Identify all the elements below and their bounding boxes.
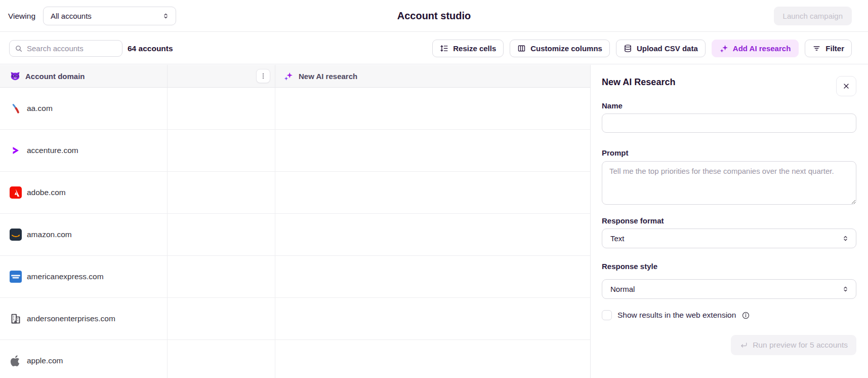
ai-research-cell[interactable] (275, 214, 590, 255)
american-express-favicon (9, 270, 22, 283)
response-format-label: Response format (602, 216, 664, 225)
filter-icon (812, 44, 821, 53)
account-studio-app: Viewing All accounts Account studio Laun… (0, 0, 868, 378)
prompt-textarea[interactable] (602, 161, 856, 205)
american-airlines-favicon (9, 102, 22, 115)
account-domain-cell: adobe.com (0, 172, 168, 213)
domain-label: amazon.com (27, 230, 72, 239)
info-icon[interactable] (741, 311, 750, 320)
building-favicon (9, 312, 22, 325)
filter-button[interactable]: Filter (805, 40, 852, 57)
ai-research-cell[interactable] (275, 88, 590, 129)
customize-columns-button[interactable]: Customize columns (510, 40, 610, 57)
extension-checkbox[interactable] (602, 310, 612, 320)
domain-label: adobe.com (27, 188, 66, 197)
return-icon (739, 341, 748, 350)
search-box[interactable] (9, 40, 122, 57)
viewing-label: Viewing (8, 0, 35, 32)
response-style-label: Response style (602, 262, 657, 271)
upload-csv-button[interactable]: Upload CSV data (616, 40, 706, 57)
ai-sparkle-icon (284, 71, 293, 81)
table-row[interactable]: aa.com (0, 88, 590, 130)
run-preview-button[interactable]: Run preview for 5 accounts (731, 335, 856, 355)
ai-research-cell[interactable] (275, 172, 590, 213)
sparkles-icon (720, 44, 728, 53)
account-domain-header-label: Account domain (25, 72, 85, 81)
mascot-icon (10, 71, 20, 81)
resize-cells-icon (440, 44, 448, 53)
chevron-updown-icon (842, 285, 849, 293)
table-header: Account domain (0, 65, 590, 88)
account-domain-cell: aa.com (0, 88, 168, 129)
empty-cell[interactable] (168, 130, 275, 171)
domain-label: aa.com (27, 104, 53, 113)
close-panel-button[interactable] (836, 76, 856, 96)
empty-cell[interactable] (168, 172, 275, 213)
toolbar-buttons: Resize cells Customize columns (432, 40, 852, 57)
ai-research-cell[interactable] (275, 130, 590, 171)
launch-campaign-button[interactable]: Launch campaign (774, 7, 852, 25)
accenture-favicon (9, 144, 22, 157)
response-format-value: Text (610, 234, 625, 243)
kebab-icon (260, 72, 267, 80)
account-domain-cell: americanexpress.com (0, 256, 168, 297)
close-icon (842, 82, 850, 90)
account-scope-select[interactable]: All accounts (43, 7, 176, 25)
table-row[interactable]: andersonenterprises.com (0, 298, 590, 340)
name-input[interactable] (602, 114, 856, 133)
accounts-table: Account domain (0, 65, 590, 378)
customize-columns-label: Customize columns (530, 44, 602, 53)
resize-cells-button[interactable]: Resize cells (432, 40, 504, 57)
upload-csv-label: Upload CSV data (637, 44, 698, 53)
account-scope-value: All accounts (51, 12, 92, 20)
name-label: Name (602, 101, 623, 110)
domain-label: apple.com (27, 356, 63, 365)
search-input[interactable] (27, 44, 117, 53)
empty-cell[interactable] (168, 256, 275, 297)
column-menu-button[interactable] (256, 69, 270, 83)
empty-cell[interactable] (168, 214, 275, 255)
prompt-label: Prompt (602, 148, 629, 157)
add-ai-research-button[interactable]: Add AI research (712, 40, 799, 57)
response-style-value: Normal (610, 285, 635, 293)
table-row[interactable]: adobe.com (0, 172, 590, 214)
account-domain-cell: andersonenterprises.com (0, 298, 168, 339)
ai-research-cell[interactable] (275, 340, 590, 378)
account-domain-cell: apple.com (0, 340, 168, 378)
add-ai-research-label: Add AI research (733, 44, 791, 53)
accounts-count: 64 accounts (128, 32, 173, 64)
table-row[interactable]: accenture.com (0, 130, 590, 172)
customize-columns-icon (517, 44, 526, 53)
table-row[interactable]: americanexpress.com (0, 256, 590, 298)
domain-label: accenture.com (27, 146, 78, 155)
upload-csv-icon (624, 44, 632, 53)
run-preview-label: Run preview for 5 accounts (753, 341, 848, 350)
search-icon (15, 45, 23, 53)
new-ai-research-header-label: New AI research (299, 72, 357, 81)
top-bar: Viewing All accounts Account studio Laun… (0, 0, 868, 32)
account-domain-cell: amazon.com (0, 214, 168, 255)
ai-research-cell[interactable] (275, 298, 590, 339)
chevron-updown-icon (842, 235, 849, 242)
filter-label: Filter (825, 44, 844, 53)
table-row[interactable]: apple.com (0, 340, 590, 378)
domain-label: americanexpress.com (27, 272, 104, 281)
empty-cell[interactable] (168, 298, 275, 339)
empty-cell[interactable] (168, 88, 275, 129)
chevron-updown-icon (162, 12, 170, 20)
apple-favicon (9, 354, 22, 367)
resize-cells-label: Resize cells (453, 44, 496, 53)
response-style-select[interactable]: Normal (602, 279, 856, 299)
amazon-favicon (9, 228, 22, 241)
toolbar: 64 accounts Resize cells Customize col (0, 32, 868, 64)
new-ai-research-panel: New AI Research Name Prompt Response for… (590, 65, 868, 378)
column-header-blank (168, 65, 275, 87)
domain-label: andersonenterprises.com (27, 314, 115, 323)
ai-research-cell[interactable] (275, 256, 590, 297)
column-header-new-ai-research[interactable]: New AI research (275, 65, 590, 87)
empty-cell[interactable] (168, 340, 275, 378)
column-header-account-domain[interactable]: Account domain (0, 65, 168, 87)
content: Account domain (0, 65, 868, 378)
response-format-select[interactable]: Text (602, 229, 856, 248)
table-row[interactable]: amazon.com (0, 214, 590, 256)
